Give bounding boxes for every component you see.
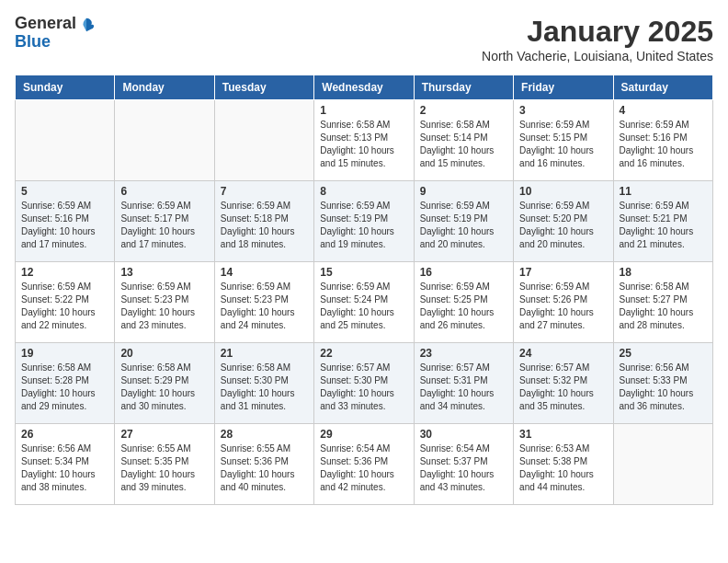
- calendar-cell: 23Sunrise: 6:57 AMSunset: 5:31 PMDayligh…: [414, 343, 513, 424]
- calendar-cell: 7Sunrise: 6:59 AMSunset: 5:18 PMDaylight…: [214, 181, 313, 262]
- day-number: 1: [320, 104, 407, 117]
- day-info: Sunrise: 6:59 AMSunset: 5:17 PMDaylight:…: [120, 200, 208, 251]
- day-info: Sunrise: 6:57 AMSunset: 5:31 PMDaylight:…: [420, 362, 507, 413]
- weekday-header: Friday: [514, 75, 613, 100]
- calendar-cell: 21Sunrise: 6:58 AMSunset: 5:30 PMDayligh…: [214, 343, 313, 424]
- day-number: 27: [120, 428, 208, 441]
- day-info: Sunrise: 6:58 AMSunset: 5:27 PMDaylight:…: [620, 281, 707, 332]
- calendar-week-row: 1Sunrise: 6:58 AMSunset: 5:13 PMDaylight…: [16, 100, 713, 181]
- calendar-cell: 6Sunrise: 6:59 AMSunset: 5:17 PMDaylight…: [115, 181, 214, 262]
- day-number: 23: [420, 347, 507, 360]
- title-section: January 2025 North Vacherie, Louisiana, …: [482, 15, 713, 63]
- calendar-cell: 17Sunrise: 6:59 AMSunset: 5:26 PMDayligh…: [514, 262, 613, 343]
- day-info: Sunrise: 6:59 AMSunset: 5:24 PMDaylight:…: [320, 281, 407, 332]
- day-number: 10: [519, 185, 607, 198]
- day-info: Sunrise: 6:59 AMSunset: 5:26 PMDaylight:…: [519, 281, 607, 332]
- month-title: January 2025: [482, 15, 713, 49]
- day-number: 9: [420, 185, 507, 198]
- calendar-cell: 19Sunrise: 6:58 AMSunset: 5:28 PMDayligh…: [16, 343, 115, 424]
- day-number: 8: [320, 185, 407, 198]
- day-info: Sunrise: 6:59 AMSunset: 5:19 PMDaylight:…: [320, 200, 407, 251]
- calendar-cell: 12Sunrise: 6:59 AMSunset: 5:22 PMDayligh…: [16, 262, 115, 343]
- day-info: Sunrise: 6:59 AMSunset: 5:25 PMDaylight:…: [420, 281, 507, 332]
- calendar-cell: 28Sunrise: 6:55 AMSunset: 5:36 PMDayligh…: [214, 424, 313, 505]
- day-info: Sunrise: 6:53 AMSunset: 5:38 PMDaylight:…: [519, 442, 607, 494]
- day-number: 6: [120, 185, 208, 198]
- calendar-cell: 2Sunrise: 6:58 AMSunset: 5:14 PMDaylight…: [414, 100, 513, 181]
- calendar-cell: 13Sunrise: 6:59 AMSunset: 5:23 PMDayligh…: [115, 262, 214, 343]
- day-info: Sunrise: 6:58 AMSunset: 5:14 PMDaylight:…: [420, 119, 507, 170]
- day-info: Sunrise: 6:58 AMSunset: 5:29 PMDaylight:…: [120, 362, 208, 413]
- page-header: General Blue January 2025 North Vacherie…: [15, 15, 713, 63]
- day-number: 7: [221, 185, 308, 198]
- day-info: Sunrise: 6:56 AMSunset: 5:34 PMDaylight:…: [21, 442, 108, 494]
- calendar-week-row: 19Sunrise: 6:58 AMSunset: 5:28 PMDayligh…: [16, 343, 713, 424]
- calendar-cell: 31Sunrise: 6:53 AMSunset: 5:38 PMDayligh…: [514, 424, 613, 505]
- calendar-cell: [613, 424, 712, 505]
- calendar-cell: 9Sunrise: 6:59 AMSunset: 5:19 PMDaylight…: [414, 181, 513, 262]
- day-info: Sunrise: 6:59 AMSunset: 5:22 PMDaylight:…: [21, 281, 108, 332]
- day-info: Sunrise: 6:56 AMSunset: 5:33 PMDaylight:…: [620, 362, 707, 413]
- day-info: Sunrise: 6:59 AMSunset: 5:18 PMDaylight:…: [221, 200, 308, 251]
- calendar-cell: 24Sunrise: 6:57 AMSunset: 5:32 PMDayligh…: [514, 343, 613, 424]
- location: North Vacherie, Louisiana, United States: [482, 49, 713, 63]
- calendar-cell: [214, 100, 313, 181]
- calendar-cell: 4Sunrise: 6:59 AMSunset: 5:16 PMDaylight…: [613, 100, 712, 181]
- day-number: 4: [620, 104, 707, 117]
- day-number: 24: [519, 347, 607, 360]
- day-number: 20: [120, 347, 208, 360]
- day-info: Sunrise: 6:55 AMSunset: 5:35 PMDaylight:…: [120, 442, 208, 494]
- day-info: Sunrise: 6:59 AMSunset: 5:20 PMDaylight:…: [519, 200, 607, 251]
- day-info: Sunrise: 6:59 AMSunset: 5:23 PMDaylight:…: [120, 281, 208, 332]
- calendar-cell: 20Sunrise: 6:58 AMSunset: 5:29 PMDayligh…: [115, 343, 214, 424]
- calendar-cell: 22Sunrise: 6:57 AMSunset: 5:30 PMDayligh…: [314, 343, 414, 424]
- logo: General Blue: [15, 15, 95, 52]
- calendar-week-row: 26Sunrise: 6:56 AMSunset: 5:34 PMDayligh…: [16, 424, 713, 505]
- day-number: 28: [221, 428, 308, 441]
- day-number: 12: [21, 266, 108, 279]
- day-number: 25: [620, 347, 707, 360]
- calendar-cell: 18Sunrise: 6:58 AMSunset: 5:27 PMDayligh…: [613, 262, 712, 343]
- day-info: Sunrise: 6:54 AMSunset: 5:37 PMDaylight:…: [420, 442, 507, 494]
- calendar-table: SundayMondayTuesdayWednesdayThursdayFrid…: [15, 75, 713, 505]
- calendar-week-row: 12Sunrise: 6:59 AMSunset: 5:22 PMDayligh…: [16, 262, 713, 343]
- day-info: Sunrise: 6:58 AMSunset: 5:28 PMDaylight:…: [21, 362, 108, 413]
- day-number: 2: [420, 104, 507, 117]
- calendar-cell: 8Sunrise: 6:59 AMSunset: 5:19 PMDaylight…: [314, 181, 414, 262]
- day-info: Sunrise: 6:55 AMSunset: 5:36 PMDaylight:…: [221, 442, 308, 494]
- day-info: Sunrise: 6:54 AMSunset: 5:36 PMDaylight:…: [320, 442, 407, 494]
- day-number: 18: [620, 266, 707, 279]
- calendar-week-row: 5Sunrise: 6:59 AMSunset: 5:16 PMDaylight…: [16, 181, 713, 262]
- calendar-cell: [16, 100, 115, 181]
- day-number: 22: [320, 347, 407, 360]
- calendar-cell: 26Sunrise: 6:56 AMSunset: 5:34 PMDayligh…: [16, 424, 115, 505]
- day-info: Sunrise: 6:59 AMSunset: 5:15 PMDaylight:…: [519, 119, 607, 170]
- day-number: 5: [21, 185, 108, 198]
- calendar-cell: 11Sunrise: 6:59 AMSunset: 5:21 PMDayligh…: [613, 181, 712, 262]
- day-number: 31: [519, 428, 607, 441]
- weekday-header: Wednesday: [314, 75, 414, 100]
- logo-bird-icon: [78, 17, 95, 33]
- calendar-cell: 29Sunrise: 6:54 AMSunset: 5:36 PMDayligh…: [314, 424, 414, 505]
- weekday-header: Monday: [115, 75, 214, 100]
- day-number: 29: [320, 428, 407, 441]
- day-number: 16: [420, 266, 507, 279]
- calendar-cell: 16Sunrise: 6:59 AMSunset: 5:25 PMDayligh…: [414, 262, 513, 343]
- day-number: 26: [21, 428, 108, 441]
- calendar-cell: 27Sunrise: 6:55 AMSunset: 5:35 PMDayligh…: [115, 424, 214, 505]
- logo-text: General Blue: [15, 15, 95, 52]
- calendar-header-row: SundayMondayTuesdayWednesdayThursdayFrid…: [16, 75, 713, 100]
- calendar-cell: 30Sunrise: 6:54 AMSunset: 5:37 PMDayligh…: [414, 424, 513, 505]
- day-number: 21: [221, 347, 308, 360]
- day-info: Sunrise: 6:58 AMSunset: 5:30 PMDaylight:…: [221, 362, 308, 413]
- day-info: Sunrise: 6:59 AMSunset: 5:19 PMDaylight:…: [420, 200, 507, 251]
- logo-blue: Blue: [15, 33, 95, 52]
- calendar-cell: 25Sunrise: 6:56 AMSunset: 5:33 PMDayligh…: [613, 343, 712, 424]
- day-number: 13: [120, 266, 208, 279]
- day-info: Sunrise: 6:59 AMSunset: 5:23 PMDaylight:…: [221, 281, 308, 332]
- weekday-header: Thursday: [414, 75, 513, 100]
- calendar-cell: 15Sunrise: 6:59 AMSunset: 5:24 PMDayligh…: [314, 262, 414, 343]
- day-info: Sunrise: 6:59 AMSunset: 5:16 PMDaylight:…: [21, 200, 108, 251]
- day-number: 30: [420, 428, 507, 441]
- calendar-cell: 1Sunrise: 6:58 AMSunset: 5:13 PMDaylight…: [314, 100, 414, 181]
